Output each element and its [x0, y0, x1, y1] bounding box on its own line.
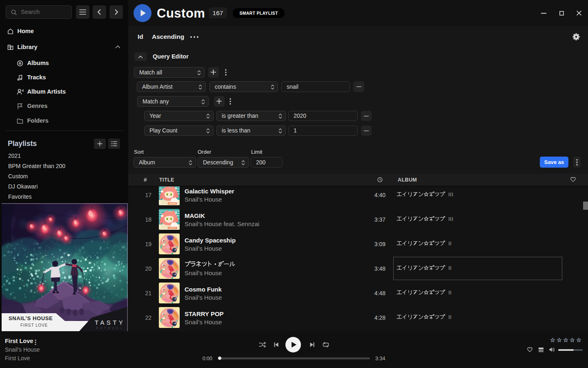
svg-text:TASTY: TASTY	[95, 319, 125, 326]
svg-text:BSTMAXI: BSTMAXI	[96, 327, 123, 329]
svg-text:SNAIL’S HOUSE: SNAIL’S HOUSE	[9, 315, 53, 321]
svg-text:FIRST LOVE: FIRST LOVE	[20, 323, 48, 328]
